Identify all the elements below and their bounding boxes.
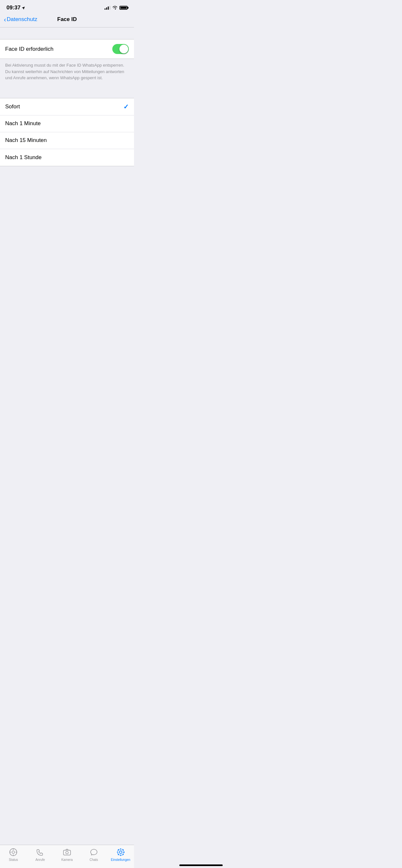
content-area: [0, 166, 134, 302]
face-id-description: Bei Aktivierung musst du mit der Face ID…: [0, 59, 134, 86]
option-1-stunde[interactable]: Nach 1 Stunde: [0, 149, 134, 166]
status-icons: [105, 6, 127, 10]
face-id-label: Face ID erforderlich: [5, 46, 53, 52]
back-button[interactable]: ‹ Datenschutz: [4, 16, 37, 23]
face-id-toggle[interactable]: [112, 44, 129, 54]
status-bar: 09:37: [0, 0, 134, 13]
signal-bars: [105, 6, 110, 10]
option-sofort[interactable]: Sofort ✓: [0, 98, 134, 116]
wifi-icon: [112, 6, 117, 10]
option-15-minuten[interactable]: Nach 15 Minuten: [0, 132, 134, 149]
status-time: 09:37: [6, 4, 26, 11]
checkmark-sofort: ✓: [123, 103, 129, 111]
page-title: Face ID: [57, 16, 77, 23]
face-id-toggle-row[interactable]: Face ID erforderlich: [0, 39, 134, 59]
face-id-section: Face ID erforderlich: [0, 39, 134, 59]
toggle-thumb: [119, 44, 128, 53]
time-options-section: Sofort ✓ Nach 1 Minute Nach 15 Minuten N…: [0, 98, 134, 166]
section-spacer-1: [0, 28, 134, 39]
option-1-minute[interactable]: Nach 1 Minute: [0, 116, 134, 132]
battery-icon: [119, 6, 127, 10]
nav-bar: ‹ Datenschutz Face ID: [0, 13, 134, 28]
location-icon: [22, 6, 26, 10]
